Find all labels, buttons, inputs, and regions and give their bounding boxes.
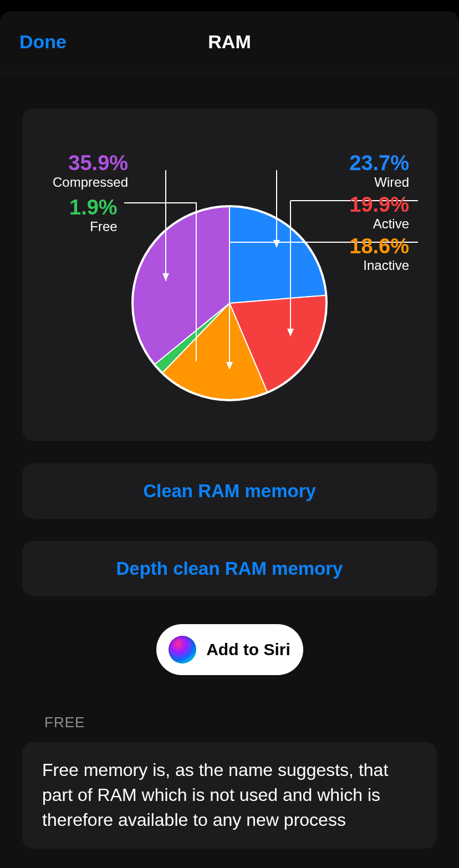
active-label: Active xyxy=(349,217,409,231)
compressed-label: Compressed xyxy=(53,175,128,190)
active-percent: 19.9% xyxy=(349,193,409,217)
content-scroll: 35.9% Compressed 1.9% Free 23.7% Wired 1… xyxy=(0,109,459,868)
free-label: Free xyxy=(69,219,118,234)
clean-ram-button[interactable]: Clean RAM memory xyxy=(22,463,437,519)
callout-compressed: 35.9% Compressed xyxy=(53,152,128,190)
nav-bar: Done RAM xyxy=(0,11,459,73)
pie-chart: 35.9% Compressed 1.9% Free 23.7% Wired 1… xyxy=(22,131,437,413)
callout-active: 19.9% Active xyxy=(349,193,409,231)
callout-inactive: 18.6% Inactive xyxy=(349,235,409,273)
free-percent: 1.9% xyxy=(69,196,118,219)
add-to-siri-label: Add to Siri xyxy=(206,640,290,659)
wired-percent: 23.7% xyxy=(349,152,409,175)
depth-clean-ram-button[interactable]: Depth clean RAM memory xyxy=(22,541,437,596)
compressed-percent: 35.9% xyxy=(53,152,128,175)
section-header-free: FREE xyxy=(22,714,437,731)
callout-free: 1.9% Free xyxy=(69,196,118,234)
clean-ram-label: Clean RAM memory xyxy=(143,481,316,502)
pie-slice-wired xyxy=(230,206,326,303)
page-title: RAM xyxy=(208,31,251,53)
inactive-percent: 18.6% xyxy=(349,235,409,258)
modal-sheet: Done RAM xyxy=(0,11,459,868)
ram-chart-card: 35.9% Compressed 1.9% Free 23.7% Wired 1… xyxy=(22,109,437,441)
siri-icon xyxy=(169,636,196,663)
add-to-siri-button[interactable]: Add to Siri xyxy=(156,624,303,675)
callout-wired: 23.7% Wired xyxy=(349,152,409,190)
depth-clean-ram-label: Depth clean RAM memory xyxy=(116,558,343,579)
inactive-label: Inactive xyxy=(349,258,409,273)
free-description-text: Free memory is, as the name suggests, th… xyxy=(42,760,388,830)
free-description-card: Free memory is, as the name suggests, th… xyxy=(22,742,437,849)
done-button[interactable]: Done xyxy=(19,31,67,53)
wired-label: Wired xyxy=(349,175,409,190)
